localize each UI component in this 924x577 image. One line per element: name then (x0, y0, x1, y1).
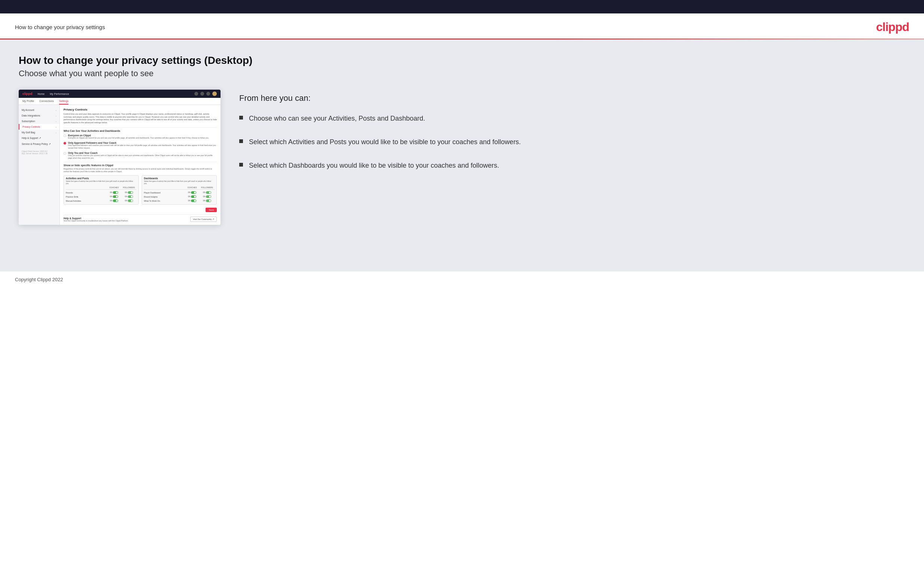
mock-radio-coach-only: Only You and Your Coach Only you and the… (63, 152, 217, 160)
mock-help-title: Help & Support (63, 217, 129, 219)
mock-sidebar-data-integrations: Data Integrations› (19, 113, 60, 118)
mock-visit-community-btn[interactable]: Visit Our Community ↗ (190, 217, 217, 222)
mock-show-hide-title: Show or hide specific features in Clippd (63, 162, 217, 166)
mock-tabs: My Profile Connections Settings (19, 98, 221, 105)
mock-tab-connections: Connections (39, 100, 54, 105)
mock-activities-title: Activities and Posts (66, 177, 136, 180)
bullet-item-3: Select which Dashboards you would like t… (239, 161, 905, 171)
mock-toggle-round-followers (206, 195, 211, 198)
mock-search-icon (194, 92, 198, 96)
mock-radio-everyone-btn (63, 134, 66, 137)
mock-nav-icons (194, 92, 217, 96)
bullet-list: Choose who can see your Activities, Post… (239, 114, 905, 171)
header: How to change your privacy settings clip… (0, 13, 924, 39)
mock-activity-row-rounds: Rounds ON ON (66, 190, 136, 195)
mock-dashboard-row-workson: What To Work On ON ON (144, 199, 215, 203)
mock-activities-table: Activities and Posts Select the types of… (63, 175, 139, 205)
mock-activity-row-drills: Practice Drills ON ON (66, 195, 136, 199)
mock-activity-row-manual: Manual Activities ON ON (66, 199, 136, 203)
footer-copyright: Copyright Clippd 2022 (15, 277, 63, 282)
mock-show-hide-desc: Regardless of the privacy controls that … (63, 168, 217, 173)
mock-sidebar: My Account› Data Integrations› Subscript… (19, 105, 60, 225)
bullet-square-3 (239, 163, 243, 166)
mock-radio-everyone: Everyone on Clippd Everyone on Clippd ca… (63, 134, 217, 139)
top-bar (0, 0, 924, 13)
mock-radio-followers-label: Only Approved Followers and Your Coach (68, 142, 217, 144)
mock-radio-followers-btn (63, 142, 66, 145)
mock-radio-everyone-desc: Everyone on Clippd can search for you an… (68, 137, 209, 139)
mock-main-panel: Privacy Controls Control how you and you… (60, 105, 221, 225)
mock-dashboards-header: COACHES FOLLOWERS (144, 186, 215, 190)
from-here-title: From here you can: (239, 93, 905, 103)
mock-dashboards-desc: Select the types of activity that you'd … (144, 181, 215, 185)
mock-help-row: Help & Support Visit the Clippd communit… (63, 214, 217, 222)
header-title: How to change your privacy settings (15, 24, 105, 30)
mock-settings-icon (200, 92, 204, 96)
bullet-square-2 (239, 139, 243, 143)
content-row: clippd Home My Performance My Profile Co… (19, 90, 905, 225)
mock-toggle-round-coaches (191, 195, 196, 198)
mock-nav-performance: My Performance (50, 93, 69, 95)
mock-sidebar-my-account: My Account› (19, 107, 60, 113)
logo: clippd (876, 20, 909, 34)
mock-activities-desc: Select the types of activity that you'd … (66, 181, 136, 185)
mock-help-desc: Visit the Clippd community to troublesho… (63, 219, 129, 222)
mock-dashboard-row-player: Player Dashboard ON ON (144, 190, 215, 195)
page-subheading: Choose what you want people to see (19, 69, 905, 79)
mock-toggle-rounds-followers (128, 191, 133, 194)
mock-activities-header: COACHES FOLLOWERS (66, 186, 136, 190)
mock-radio-coach-only-label: Only You and Your Coach (68, 152, 217, 154)
mock-sidebar-privacy-controls: Privacy Controls› (19, 124, 60, 130)
bullet-text-2: Select which Activities and Posts you wo… (249, 137, 521, 147)
mock-toggle-tables: Activities and Posts Select the types of… (63, 175, 217, 205)
mock-toggle-player-followers (206, 191, 211, 194)
mock-dashboards-table: Dashboards Select the types of activity … (142, 175, 217, 205)
mock-toggle-workson-followers (206, 200, 211, 202)
mock-avatar (212, 92, 217, 96)
mock-toggle-drills-coaches (113, 195, 118, 198)
mock-radio-followers-desc: Only approved followers and coaches you … (68, 144, 217, 149)
right-content: From here you can: Choose who can see yo… (239, 90, 905, 184)
mock-who-title: Who Can See Your Activities and Dashboar… (63, 127, 217, 132)
mock-nav-home: Home (38, 93, 45, 95)
main-content: How to change your privacy settings (Des… (0, 40, 924, 271)
bullet-text-1: Choose who can see your Activities, Post… (249, 114, 425, 124)
mock-sidebar-version: Clippd Client Version: 2022.8.2SQL Serve… (19, 147, 60, 156)
screenshot-mockup: clippd Home My Performance My Profile Co… (19, 90, 221, 225)
mock-sidebar-subscription: Subscription› (19, 118, 60, 124)
bullet-text-3: Select which Dashboards you would like t… (249, 161, 499, 171)
mock-sidebar-privacy-policy: Service & Privacy Policy ↗ (19, 141, 60, 147)
mock-help-left: Help & Support Visit the Clippd communit… (63, 217, 129, 222)
mock-toggle-manual-coaches (113, 200, 118, 202)
mock-toggle-manual-followers (128, 200, 133, 202)
mock-logo: clippd (23, 92, 32, 96)
mock-toggle-player-coaches (191, 191, 196, 194)
bullet-square-1 (239, 116, 243, 119)
mock-radio-coach-only-desc: Only you and the coaches you connect wit… (68, 154, 217, 160)
footer: Copyright Clippd 2022 (0, 271, 924, 288)
mock-privacy-controls-title: Privacy Controls (63, 108, 217, 111)
mock-radio-coach-only-btn (63, 152, 66, 155)
mock-toggle-workson-coaches (191, 200, 196, 202)
mock-body: My Account› Data Integrations› Subscript… (19, 105, 221, 225)
mock-radio-followers: Only Approved Followers and Your Coach O… (63, 142, 217, 149)
mock-privacy-controls-desc: Control how you and your data appears to… (63, 113, 217, 124)
mock-dashboards-title: Dashboards (144, 177, 215, 180)
bullet-item-1: Choose who can see your Activities, Post… (239, 114, 905, 124)
mock-radio-everyone-label: Everyone on Clippd (68, 134, 209, 137)
mock-notif-icon (206, 92, 210, 96)
page-heading: How to change your privacy settings (Des… (19, 55, 905, 66)
mock-save-row: Save (63, 208, 217, 212)
mock-dashboard-row-round: Round Insights ON ON (144, 195, 215, 199)
mock-sidebar-help: Help & Support ↗ (19, 135, 60, 141)
mock-toggle-rounds-coaches (113, 191, 118, 194)
mock-sidebar-golf-bag: My Golf Bag› (19, 130, 60, 135)
mock-save-button[interactable]: Save (205, 208, 217, 212)
mock-tab-profile: My Profile (23, 100, 34, 105)
bullet-item-2: Select which Activities and Posts you wo… (239, 137, 905, 147)
mock-nav: clippd Home My Performance (19, 90, 221, 98)
mock-tab-settings: Settings (59, 100, 68, 105)
mock-toggle-drills-followers (128, 195, 133, 198)
